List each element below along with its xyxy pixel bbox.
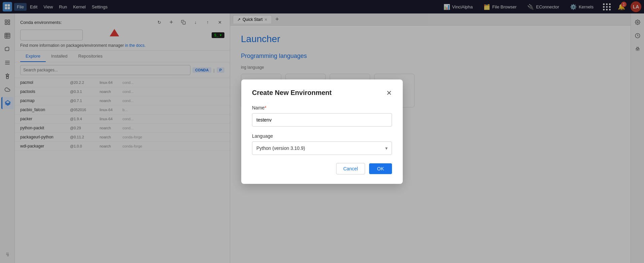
cancel-button[interactable]: Cancel <box>336 163 365 174</box>
language-select[interactable]: Python (version 3.10.9) ▾ <box>252 141 392 155</box>
modal-header: Create New Environment ✕ <box>252 89 392 97</box>
chevron-down-icon: ▾ <box>385 145 388 151</box>
modal-footer: Cancel OK <box>252 163 392 174</box>
create-env-modal: Create New Environment ✕ Name* Language … <box>241 79 403 184</box>
ok-button[interactable]: OK <box>369 163 392 174</box>
modal-close-btn[interactable]: ✕ <box>386 89 392 97</box>
language-label: Language <box>252 133 392 139</box>
env-name-input[interactable] <box>252 113 392 127</box>
required-star: * <box>264 105 266 110</box>
language-select-value: Python (version 3.10.9) <box>256 145 305 151</box>
name-label: Name* <box>252 105 392 110</box>
modal-title: Create New Environment <box>252 89 332 97</box>
modal-overlay: Create New Environment ✕ Name* Language … <box>0 0 644 263</box>
